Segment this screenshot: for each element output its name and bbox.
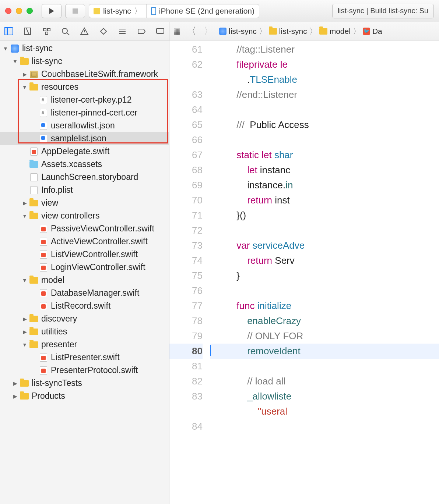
scheme-selector[interactable]: list-sync 〉 iPhone SE (2nd generation) xyxy=(89,4,259,18)
code-line[interactable]: instance.in xyxy=(210,178,439,193)
tree-item-assets-xcassets[interactable]: Assets.xcassets xyxy=(0,158,169,171)
code-line[interactable]: } xyxy=(210,268,439,283)
minimize-window-button[interactable] xyxy=(16,8,22,14)
tree-item-listener-cert-pkey-p12[interactable]: listener-cert-pkey.p12 xyxy=(0,93,169,106)
tree-item-activeviewcontroller-swift[interactable]: ActiveViewController.swift xyxy=(0,235,169,248)
stop-button[interactable] xyxy=(65,4,85,18)
tree-item-view[interactable]: ▶view xyxy=(0,196,169,209)
tree-item-couchbaseliteswift-framework[interactable]: ▶CouchbaseLiteSwift.framework xyxy=(0,68,169,81)
code-line[interactable]: return Serv xyxy=(210,253,439,268)
tree-item-launchscreen-storyboard[interactable]: LaunchScreen.storyboard xyxy=(0,171,169,184)
disclosure-triangle[interactable]: ▶ xyxy=(12,393,18,399)
source-editor[interactable]: 6162636465666768697071727374757677787980… xyxy=(169,40,439,504)
navigator-project-icon[interactable] xyxy=(4,26,14,37)
code-line[interactable]: /// Public Access xyxy=(210,117,439,132)
close-window-button[interactable] xyxy=(5,8,11,14)
code-line[interactable] xyxy=(210,223,439,238)
breadcrumb-da[interactable]: 🐦Da xyxy=(363,27,382,36)
window-controls xyxy=(5,8,33,14)
tree-item-loginviewcontroller-swift[interactable]: LoginViewController.swift xyxy=(0,261,169,274)
tree-item-listener-pinned-cert-cer[interactable]: listener-pinned-cert.cer xyxy=(0,106,169,119)
code-line[interactable] xyxy=(210,132,439,148)
tree-item-passiveviewcontroller-swift[interactable]: PassiveViewController.swift xyxy=(0,222,169,235)
cert-icon xyxy=(39,109,48,117)
tree-item-userallowlist-json[interactable]: userallowlist.json xyxy=(0,119,169,132)
code-line[interactable]: removeIdent xyxy=(210,344,439,359)
code-line[interactable] xyxy=(210,102,439,117)
tree-item-model[interactable]: ▼model xyxy=(0,274,169,287)
disclosure-triangle[interactable]: ▼ xyxy=(2,46,9,52)
disclosure-triangle[interactable]: ▶ xyxy=(21,316,28,322)
code-line[interactable]: }() xyxy=(210,208,439,223)
scheme-target[interactable]: list-sync 〉 xyxy=(89,4,147,18)
navigator-breakpoint-icon[interactable] xyxy=(136,26,146,37)
navigator-source-control-icon[interactable] xyxy=(22,26,32,37)
disclosure-triangle[interactable]: ▶ xyxy=(21,200,28,206)
tree-item-info-plist[interactable]: Info.plist xyxy=(0,184,169,196)
navigator-symbol-icon[interactable] xyxy=(42,26,52,37)
disclosure-triangle[interactable]: ▼ xyxy=(21,84,28,90)
disclosure-triangle[interactable]: ▼ xyxy=(12,58,18,64)
code-line[interactable]: let instanc xyxy=(210,163,439,178)
tree-item-listviewcontroller-swift[interactable]: ListViewController.swift xyxy=(0,248,169,261)
tree-item-products[interactable]: ▶Products xyxy=(0,390,169,402)
tree-item-presenterprotocol-swift[interactable]: PresenterProtocol.swift xyxy=(0,364,169,377)
code-line[interactable]: enableCrazy xyxy=(210,313,439,329)
code-line[interactable] xyxy=(210,283,439,298)
tree-item-label: resources xyxy=(41,82,78,92)
tree-item-listpresenter-swift[interactable]: ListPresenter.swift xyxy=(0,351,169,364)
tree-item-presenter[interactable]: ▼presenter xyxy=(0,338,169,351)
tree-item-databasemanager-swift[interactable]: DatabaseManager.swift xyxy=(0,287,169,299)
code-area[interactable]: //tag::Listener fileprivate le .TLSEnabl… xyxy=(210,40,439,504)
scheme-destination[interactable]: iPhone SE (2nd generation) xyxy=(147,4,259,18)
tree-item-samplelist-json[interactable]: samplelist.json xyxy=(0,132,169,145)
tree-item-listrecord-swift[interactable]: ListRecord.swift xyxy=(0,299,169,312)
breadcrumb-list-sync[interactable]: list-sync xyxy=(219,27,257,36)
tree-item-list-sync[interactable]: ▼list-sync xyxy=(0,42,169,55)
zoom-window-button[interactable] xyxy=(27,8,33,14)
tree-item-appdelegate-swift[interactable]: AppDelegate.swift xyxy=(0,145,169,158)
code-line[interactable]: fileprivate le xyxy=(210,57,439,72)
tree-item-resources[interactable]: ▼resources xyxy=(0,81,169,93)
code-line[interactable]: // ONLY FOR xyxy=(210,329,439,344)
gutter-line: 61 xyxy=(169,42,203,57)
tree-item-list-synctests[interactable]: ▶list-syncTests xyxy=(0,377,169,390)
code-line[interactable]: //end::Listener xyxy=(210,87,439,102)
code-line[interactable]: static let shar xyxy=(210,148,439,163)
swift-icon xyxy=(29,148,38,156)
navigator-find-icon[interactable] xyxy=(60,26,70,37)
tree-item-list-sync[interactable]: ▼list-sync xyxy=(0,55,169,68)
code-line[interactable] xyxy=(210,419,439,434)
tree-item-discovery[interactable]: ▶discovery xyxy=(0,312,169,325)
tree-item-label: PresenterProtocol.swift xyxy=(51,365,138,375)
gutter-line: 64 xyxy=(169,102,203,117)
disclosure-triangle[interactable]: ▼ xyxy=(21,342,28,348)
disclosure-triangle[interactable]: ▶ xyxy=(12,380,18,386)
code-line[interactable]: "useral xyxy=(210,404,439,419)
project-navigator[interactable]: ▼list-sync▼list-sync▶CouchbaseLiteSwift.… xyxy=(0,40,169,504)
code-line[interactable]: var serviceAdve xyxy=(210,238,439,253)
navigator-report-icon[interactable] xyxy=(155,26,165,37)
breadcrumb-list-sync[interactable]: list-sync xyxy=(269,27,307,36)
tree-item-view-controllers[interactable]: ▼view controllers xyxy=(0,209,169,222)
disclosure-triangle[interactable]: ▶ xyxy=(21,71,28,77)
code-line[interactable]: _allowliste xyxy=(210,389,439,404)
run-button[interactable] xyxy=(42,4,62,18)
navigator-debug-icon[interactable] xyxy=(117,26,127,37)
back-button[interactable]: 〈 xyxy=(185,25,198,38)
related-items-icon[interactable]: ▦ xyxy=(173,26,181,36)
tree-item-label: listener-cert-pkey.p12 xyxy=(51,95,131,105)
code-line[interactable]: //tag::Listener xyxy=(210,42,439,57)
code-line[interactable]: .TLSEnable xyxy=(210,72,439,87)
navigator-test-icon[interactable] xyxy=(98,26,108,37)
code-line[interactable]: return inst xyxy=(210,193,439,208)
disclosure-triangle[interactable]: ▼ xyxy=(21,277,28,283)
code-line[interactable]: // load all xyxy=(210,374,439,389)
disclosure-triangle[interactable]: ▼ xyxy=(21,213,28,219)
navigator-issue-icon[interactable] xyxy=(80,26,89,37)
breadcrumb-model[interactable]: model xyxy=(319,27,351,36)
disclosure-triangle[interactable]: ▶ xyxy=(21,329,28,335)
tree-item-utilities[interactable]: ▶utilities xyxy=(0,325,169,338)
code-line[interactable]: func initialize xyxy=(210,298,439,313)
code-line[interactable] xyxy=(210,359,439,374)
